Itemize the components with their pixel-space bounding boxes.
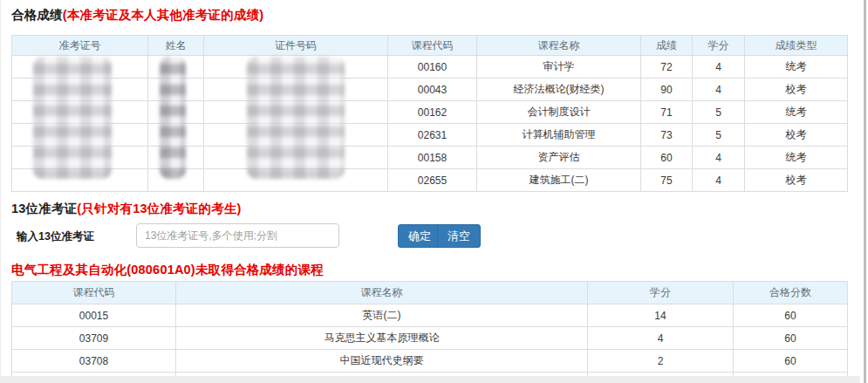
cell-score-type: 校考: [745, 124, 848, 147]
passed-scores-table-wrap: 准考证号 姓名 证件号码 课程代码 课程名称 成绩 学分 成绩类型 00160 …: [11, 35, 848, 192]
col-ticket-number: 准考证号: [12, 36, 148, 56]
col-credit: 学分: [693, 36, 745, 56]
cell-score: 75: [641, 169, 693, 192]
vertical-scrollbar-thumb[interactable]: [864, 0, 866, 383]
passed-scores-title: 合格成绩(本准考证及本人其他准考证的成绩): [11, 7, 263, 24]
pending-courses-table: 课程代码 课程名称 学分 合格分数 00015 英语(二) 14 60 0370…: [11, 281, 848, 383]
cell-pass-score: 60: [734, 327, 848, 350]
cell-course-name: 审计学: [477, 56, 641, 79]
cell-course-name: 英语(二): [176, 304, 588, 327]
table-row: 03709 马克思主义基本原理概论 4 60: [12, 327, 848, 350]
ticket-13-title-main: 13位准考证: [11, 202, 77, 215]
cell-course-name: 中国近现代史纲要: [176, 350, 588, 373]
table-row: 00158 资产评估 60 4 统考: [12, 147, 848, 169]
cell-credit: 4: [693, 147, 745, 169]
col-course-name: 课程名称: [176, 282, 588, 304]
confirm-button[interactable]: 确定: [398, 224, 441, 248]
redacted-ticket-numbers: [33, 57, 112, 179]
cell-course-name: 资产评估: [477, 147, 641, 169]
table-row: 00015 英语(二) 14 60: [12, 304, 848, 327]
cell-score-type: 校考: [745, 169, 848, 192]
table-row: 00043 经济法概论(财经类) 90 4 校考: [12, 79, 848, 101]
table-row: 03708 中国近现代史纲要 2 60: [12, 350, 848, 373]
col-course-code: 课程代码: [388, 36, 477, 56]
col-student-name: 姓名: [148, 36, 204, 56]
cell-course-name: 马克思主义基本原理概论: [176, 327, 588, 350]
table-row: 02631 计算机辅助管理 73 5 校考: [12, 124, 848, 147]
cell-score-type: 校考: [745, 79, 848, 101]
horizontal-scrollbar-track[interactable]: [1, 376, 860, 383]
cell-credit: 4: [693, 79, 745, 101]
cell-credit: 2: [588, 350, 734, 373]
table-header-row: 课程代码 课程名称 学分 合格分数: [12, 282, 848, 304]
cell-course-code: 00162: [388, 101, 477, 124]
table-header-row: 准考证号 姓名 证件号码 课程代码 课程名称 成绩 学分 成绩类型: [12, 36, 848, 56]
redacted-id-numbers: [247, 57, 345, 179]
cell-pass-score: 60: [734, 350, 848, 373]
ticket-input[interactable]: [136, 223, 339, 248]
cell-course-name: 会计制度设计: [477, 101, 641, 124]
cell-credit: 14: [588, 304, 734, 327]
cell-course-name: 建筑施工(二): [477, 169, 641, 192]
cell-credit: 4: [693, 169, 745, 192]
cell-course-code: 03709: [12, 327, 176, 350]
redacted-student-names: [160, 57, 186, 179]
col-score-type: 成绩类型: [745, 36, 848, 56]
cell-score: 72: [641, 56, 693, 79]
cell-course-code: 00160: [388, 56, 477, 79]
passed-scores-title-main: 合格成绩: [11, 8, 63, 22]
col-course-name: 课程名称: [477, 36, 641, 56]
cell-score-type: 统考: [745, 56, 848, 79]
cell-credit: 5: [693, 124, 745, 147]
cell-course-name: 经济法概论(财经类): [477, 79, 641, 101]
cell-score: 73: [641, 124, 693, 147]
pending-courses-title: 电气工程及其自动化(080601A0)未取得合格成绩的课程: [11, 262, 324, 278]
col-course-code: 课程代码: [12, 282, 176, 304]
col-pass-score: 合格分数: [734, 282, 848, 304]
cell-score: 60: [641, 147, 693, 169]
cell-course-name: 计算机辅助管理: [477, 124, 641, 147]
passed-scores-title-note: (本准考证及本人其他准考证的成绩): [63, 8, 264, 22]
cell-course-code: 02655: [388, 169, 477, 192]
pending-courses-table-wrap: 课程代码 课程名称 学分 合格分数 00015 英语(二) 14 60 0370…: [11, 281, 848, 383]
cell-credit: 4: [588, 327, 734, 350]
cell-course-code: 00158: [388, 147, 477, 169]
ticket-13-title: 13位准考证(只针对有13位准考证的考生): [11, 201, 242, 217]
cell-score: 71: [641, 101, 693, 124]
cell-credit: 5: [693, 101, 745, 124]
col-id-number: 证件号码: [204, 36, 388, 56]
cell-score: 90: [641, 79, 693, 101]
cell-credit: 4: [693, 56, 745, 79]
cell-course-code: 00043: [388, 79, 477, 101]
passed-scores-table: 准考证号 姓名 证件号码 课程代码 课程名称 成绩 学分 成绩类型 00160 …: [11, 35, 848, 192]
ticket-13-title-note: (只针对有13位准考证的考生): [77, 202, 241, 215]
cell-course-code: 02631: [388, 124, 477, 147]
cell-score-type: 统考: [745, 147, 848, 169]
clear-button[interactable]: 清空: [437, 224, 481, 248]
col-credit: 学分: [588, 282, 734, 304]
table-row: 02655 建筑施工(二) 75 4 校考: [12, 169, 848, 192]
table-row: 00162 会计制度设计 71 5 统考: [12, 101, 848, 124]
cell-pass-score: 60: [734, 304, 848, 327]
cell-course-code: 03708: [12, 350, 176, 373]
table-row: 00160 审计学 72 4 统考: [12, 56, 848, 79]
cell-course-code: 00015: [12, 304, 176, 327]
col-score: 成绩: [641, 36, 693, 56]
ticket-input-label: 输入13位准考证: [17, 229, 94, 244]
cell-score-type: 统考: [745, 101, 848, 124]
